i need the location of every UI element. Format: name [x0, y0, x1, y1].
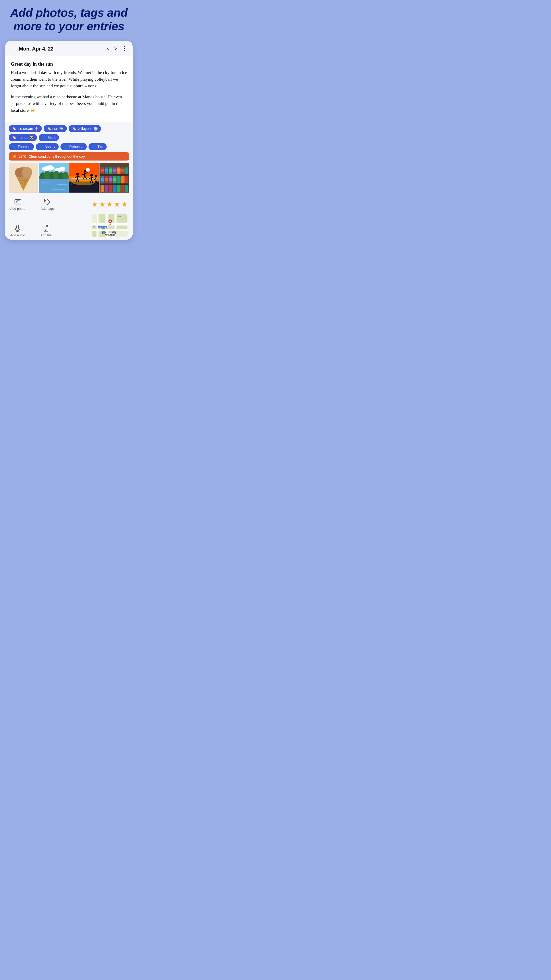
card-header: ← Mon, Apr 4, 22 < > ⋮: [5, 41, 133, 56]
add-file-button[interactable]: Add file: [41, 225, 52, 237]
star-3[interactable]: ★: [106, 200, 113, 208]
more-options-button[interactable]: ⋮: [122, 45, 127, 52]
photo-icon: [14, 198, 21, 205]
svg-rect-102: [17, 225, 19, 229]
tag-icecream[interactable]: 🏷️ ice cream 🍦: [9, 125, 42, 132]
tag-person-tim[interactable]: 👤 Tim: [89, 143, 106, 150]
photo-beer-store[interactable]: [100, 163, 129, 192]
svg-point-46: [83, 170, 86, 172]
add-tags-button[interactable]: Add tags: [41, 198, 54, 210]
weather-icon: ☀️: [12, 154, 17, 159]
entry-body: Great day in the sun Had a wonderful day…: [5, 56, 133, 122]
action-bar: Add photo Add tags ★ ★ ★ ★ ★: [5, 195, 133, 240]
person-icon: 👤: [92, 145, 96, 149]
tag-friends[interactable]: 🏷️ friends 😎: [9, 134, 37, 141]
svg-rect-114: [100, 214, 105, 223]
svg-rect-92: [105, 185, 108, 192]
svg-rect-27: [39, 179, 68, 192]
action-row-2: Add audio Add file: [10, 214, 127, 237]
add-photo-label: Add photo: [10, 207, 25, 210]
star-2[interactable]: ★: [99, 200, 105, 208]
svg-text:Capalaba: Capalaba: [101, 228, 108, 230]
svg-rect-90: [113, 178, 116, 181]
tag-label: Mark: [48, 135, 56, 140]
svg-rect-96: [121, 185, 124, 192]
add-audio-button[interactable]: Add audio: [10, 225, 25, 237]
back-button[interactable]: ←: [10, 45, 16, 52]
tag-icon: 🏷️: [47, 127, 51, 130]
tags-row-2: 👤 Thomas 👤 Ashley 👤 Rebecca 👤 Tim: [9, 143, 129, 150]
svg-rect-78: [117, 169, 121, 172]
tag-person-rebecca[interactable]: 👤 Rebecca: [60, 143, 87, 150]
star-rating[interactable]: ★ ★ ★ ★ ★: [92, 200, 127, 208]
svg-point-99: [17, 200, 19, 203]
svg-rect-73: [125, 167, 128, 174]
star-1[interactable]: ★: [92, 200, 98, 208]
svg-rect-88: [105, 178, 108, 181]
svg-rect-113: [97, 214, 98, 237]
svg-rect-79: [121, 169, 124, 172]
entry-date: Mon, Apr 4, 22: [19, 46, 106, 52]
star-5[interactable]: ★: [121, 200, 127, 208]
svg-point-26: [62, 172, 68, 180]
tag-person-ashley[interactable]: 👤 Ashley: [36, 143, 59, 150]
svg-rect-97: [125, 185, 128, 192]
svg-point-35: [71, 178, 97, 185]
svg-rect-93: [109, 185, 112, 192]
person-icon: 👤: [39, 145, 43, 149]
tag-label: Tim: [97, 145, 103, 149]
svg-rect-74: [101, 169, 104, 172]
photo-river[interactable]: [39, 163, 68, 192]
add-tags-label: Add tags: [41, 207, 54, 210]
tag-icon: 🏷️: [12, 127, 16, 130]
svg-text:Chandler: Chandler: [105, 234, 115, 236]
photo-volleyball[interactable]: [69, 163, 99, 192]
svg-rect-66: [100, 183, 129, 185]
svg-rect-87: [101, 178, 104, 181]
tag-volleyball[interactable]: 🏷️ volleyball 🏐: [68, 125, 101, 132]
tag-sun[interactable]: 🏷️ sun 🌤️: [44, 125, 67, 132]
tag-person-thomas[interactable]: 👤 Thomas: [9, 143, 34, 150]
person-icon: 👤: [64, 145, 68, 149]
tag-label: ice cream 🍦: [17, 127, 38, 130]
svg-rect-120: [117, 226, 127, 229]
person-icon: 👤: [12, 145, 16, 149]
svg-point-52: [90, 174, 93, 177]
hero-title: Add photos, tags and more to your entrie…: [5, 6, 133, 33]
svg-rect-75: [105, 169, 108, 172]
svg-point-19: [59, 167, 65, 171]
svg-point-58: [95, 175, 97, 178]
weather-bar: ☀️ 27°C, Clear conditions throughout the…: [9, 152, 129, 161]
svg-text:Por: Por: [118, 215, 122, 218]
tag-label: Thomas: [17, 145, 30, 149]
map-preview[interactable]: 54 22 30 44 Chandler Por: [92, 214, 127, 237]
add-photo-button[interactable]: Add photo: [10, 198, 25, 210]
svg-point-13: [22, 167, 32, 178]
prev-entry-button[interactable]: <: [106, 45, 111, 52]
tag-label: Rebecca: [69, 145, 83, 149]
svg-point-40: [76, 173, 79, 175]
add-file-label: Add file: [41, 233, 52, 237]
tag-label: sun 🌤️: [52, 127, 64, 130]
svg-rect-94: [113, 185, 116, 192]
tag-icon: 🏷️: [72, 127, 76, 130]
tag-label: Ashley: [44, 145, 56, 149]
audio-icon: [14, 225, 21, 232]
tag-label: friends 😎: [17, 135, 34, 140]
entry-title: Great day in the sun: [11, 61, 127, 67]
star-4[interactable]: ★: [114, 200, 120, 208]
journal-card: ← Mon, Apr 4, 22 < > ⋮ Great day in the …: [5, 41, 133, 240]
svg-rect-121: [92, 231, 97, 237]
svg-rect-95: [117, 185, 121, 192]
svg-point-17: [46, 165, 54, 170]
next-entry-button[interactable]: >: [113, 45, 118, 52]
photo-icecream[interactable]: [9, 163, 38, 192]
svg-point-101: [45, 200, 46, 201]
svg-point-133: [110, 221, 111, 222]
entry-content: Had a wonderful day with my friends. We …: [11, 69, 127, 114]
weather-text: 27°C, Clear conditions throughout the da…: [19, 154, 86, 159]
file-icon: [43, 225, 49, 232]
tag-person-mark[interactable]: 👤 Mark: [39, 134, 59, 141]
svg-point-100: [19, 200, 20, 200]
svg-rect-77: [113, 169, 116, 172]
